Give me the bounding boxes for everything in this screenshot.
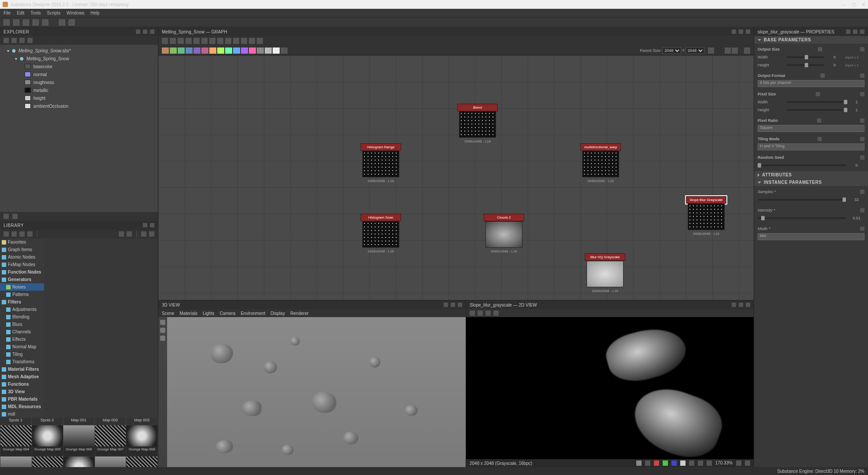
graph-icon[interactable] [11, 38, 17, 43]
tree-output[interactable]: ambientOcclusion [0, 102, 158, 110]
3d-viewport[interactable] [158, 317, 466, 467]
library-tree-item[interactable]: Generators [0, 276, 44, 283]
palette-swatch[interactable] [273, 48, 280, 54]
grid-icon[interactable] [698, 460, 703, 466]
zoom-icon[interactable] [745, 460, 750, 466]
tool-icon[interactable] [160, 328, 165, 333]
tree-file[interactable]: ▾⬢Melting_Spring_Snow.sbs* [0, 47, 158, 55]
graph-node[interactable]: multidirectional_warp2048x2048 - L16 [580, 143, 621, 183]
zoom-icon[interactable] [193, 38, 200, 44]
pin-icon[interactable] [846, 29, 850, 34]
3d-menu-lights[interactable]: Lights [203, 311, 215, 316]
link-icon[interactable] [818, 47, 822, 51]
frame-icon[interactable] [233, 38, 239, 44]
dock-icon[interactable] [143, 223, 147, 227]
edit-icon[interactable] [27, 231, 33, 237]
library-tree-item[interactable]: Blending [0, 313, 44, 321]
2d-viewport[interactable] [466, 317, 754, 459]
channel-icon[interactable] [645, 460, 650, 466]
tree-output[interactable]: roughness [0, 78, 158, 86]
close-panel-icon[interactable] [150, 223, 154, 227]
maximize-icon[interactable]: ▢ [852, 2, 856, 7]
pixel-height-slider[interactable] [787, 109, 846, 111]
dock-icon[interactable] [451, 303, 455, 307]
reset-icon[interactable] [860, 155, 864, 160]
pin-icon[interactable] [225, 38, 231, 44]
export-icon[interactable] [42, 19, 48, 26]
3d-menu-display[interactable]: Display [270, 311, 285, 316]
attributes-section[interactable]: ATTRIBUTES [754, 171, 868, 179]
random-seed-slider[interactable] [758, 164, 846, 166]
library-tree-item[interactable]: Channels [0, 328, 44, 336]
graph-node[interactable]: Histogram Range2048x2048 - L16 [361, 143, 401, 183]
info-icon[interactable] [707, 460, 712, 466]
library-tree-item[interactable]: 3D View [0, 388, 44, 395]
reset-icon[interactable] [860, 190, 864, 194]
tree-graph[interactable]: ▾⬢Melting_Spring_Snow [0, 55, 158, 62]
tree-output[interactable]: basecolor [0, 62, 158, 70]
3d-menu-materials[interactable]: Materials [179, 311, 197, 316]
align-v-icon[interactable] [249, 38, 255, 44]
parent-width-select[interactable]: 2048 [662, 47, 681, 54]
paint-icon[interactable] [19, 231, 25, 237]
intensity-slider[interactable] [758, 217, 846, 219]
tiling-mode-select[interactable]: H and V Tiling [758, 143, 864, 150]
palette-swatch[interactable] [162, 48, 169, 54]
palette-swatch[interactable] [257, 48, 264, 54]
menu-help[interactable]: Help [91, 11, 100, 15]
library-tree-item[interactable]: Normal Map [0, 343, 44, 351]
menu-scripts[interactable]: Scripts [47, 11, 61, 15]
library-thumbnail[interactable]: Grunge Map 012 [95, 457, 126, 467]
sort-icon[interactable] [127, 231, 132, 237]
palette-swatch[interactable] [209, 48, 216, 54]
info-icon[interactable] [732, 48, 738, 54]
link-icon[interactable] [817, 137, 822, 141]
reset-icon[interactable] [860, 208, 864, 212]
undo-icon[interactable] [59, 19, 65, 26]
menu-edit[interactable]: Edit [17, 11, 24, 15]
library-thumbnail[interactable]: Grunge Map 008 [126, 425, 157, 456]
palette-swatch[interactable] [241, 48, 248, 54]
library-thumbnail[interactable]: Grunge Map 011 [63, 457, 95, 467]
list-icon[interactable] [149, 231, 154, 237]
tree-icon[interactable] [11, 231, 17, 237]
reset-icon[interactable] [860, 47, 864, 51]
library-tree-item[interactable]: Mesh Adaptive [0, 373, 44, 380]
blue-icon[interactable] [671, 460, 677, 466]
tool-icon[interactable] [160, 320, 165, 325]
tree-output[interactable]: normal [0, 70, 158, 78]
refresh-icon[interactable] [27, 38, 33, 43]
save-icon[interactable] [470, 311, 475, 316]
close-panel-icon[interactable] [746, 303, 750, 307]
library-thumbnail[interactable]: Grunge Map 005 [32, 425, 63, 456]
height-slider[interactable] [787, 64, 824, 66]
menu-windows[interactable]: Windows [66, 11, 84, 15]
reset-icon[interactable] [860, 92, 864, 96]
palette-swatch[interactable] [265, 48, 272, 54]
palette-swatch[interactable] [186, 48, 193, 54]
minimize-icon[interactable]: — [841, 2, 846, 7]
channel-icon[interactable] [636, 460, 642, 466]
palette-swatch[interactable] [233, 48, 240, 54]
menu-file[interactable]: File [4, 11, 11, 15]
library-tree-item[interactable]: Atomic Nodes [0, 253, 44, 261]
align-h-icon[interactable] [241, 38, 247, 44]
library-tree-item[interactable]: Tiling [0, 351, 44, 358]
library-tree-item[interactable]: Filters [0, 298, 44, 306]
library-thumbnail[interactable]: Grunge Map 006 [63, 425, 95, 456]
palette-swatch[interactable] [225, 48, 232, 54]
graph-node[interactable]: Blur HQ Grayscale2048x2048 - L16 [585, 253, 625, 293]
close-panel-icon[interactable] [458, 303, 462, 307]
pin-icon[interactable] [444, 303, 448, 307]
3d-menu-scene[interactable]: Scene [162, 311, 174, 316]
view-icon[interactable] [725, 48, 731, 54]
reset-icon[interactable] [860, 137, 864, 141]
open-icon[interactable] [13, 19, 19, 26]
filter-icon[interactable] [119, 231, 124, 237]
palette-swatch[interactable] [178, 48, 185, 54]
library-thumbnail[interactable]: Grunge Map 004 [0, 425, 32, 456]
library-tree-item[interactable]: Favorites [0, 238, 44, 246]
zoom-icon[interactable] [736, 460, 741, 466]
palette-swatch[interactable] [201, 48, 208, 54]
link-icon[interactable] [4, 214, 9, 219]
